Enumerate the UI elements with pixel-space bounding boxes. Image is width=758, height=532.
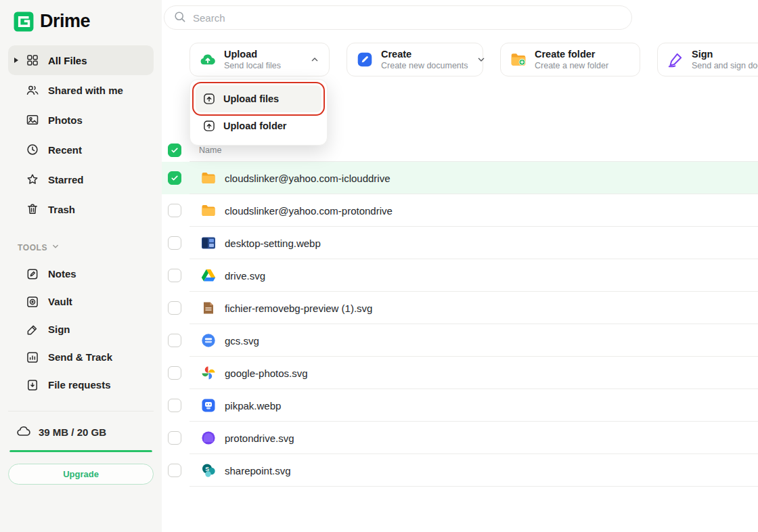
file-request-icon <box>26 378 39 392</box>
sidebar-item-send-track[interactable]: Send & Track <box>8 343 154 371</box>
create-button[interactable]: CreateCreate new documents <box>347 43 483 76</box>
sidebar-item-shared-with-me[interactable]: Shared with me <box>8 75 154 105</box>
button-subtitle: Create new documents <box>381 61 468 70</box>
app-root: Drime All FilesShared with mePhotosRecen… <box>0 0 758 532</box>
trash-icon <box>26 202 39 216</box>
table-row[interactable]: Ssharepoint.svg <box>162 454 758 487</box>
grid-icon <box>26 53 39 67</box>
upload-dropdown-menu: Upload filesUpload folder <box>190 79 328 146</box>
row-checkbox[interactable] <box>168 171 181 185</box>
button-subtitle: Create a new folder <box>535 61 608 70</box>
sidebar-item-sign[interactable]: Sign <box>8 315 154 343</box>
button-text: CreateCreate new documents <box>381 49 468 70</box>
upgrade-button[interactable]: Upgrade <box>8 464 154 485</box>
gcs-file-icon <box>200 332 217 349</box>
pen-icon <box>26 323 39 336</box>
button-title: Create <box>381 49 411 60</box>
table-row[interactable]: pikpak.webp <box>162 389 758 422</box>
row-checkbox[interactable] <box>168 334 181 347</box>
tools-label: TOOLS <box>18 243 47 252</box>
sidebar-item-label: Notes <box>48 268 76 280</box>
sidebar-item-photos[interactable]: Photos <box>8 105 154 135</box>
file-name: cloudslinker@yahoo.com-iclouddrive <box>225 173 391 184</box>
table-row[interactable]: protondrive.svg <box>162 422 758 454</box>
brand-logo[interactable]: Drime <box>8 9 154 45</box>
svg-text:S: S <box>205 466 209 472</box>
menu-item-label: Upload folder <box>223 120 286 131</box>
menu-item-upload-folder[interactable]: Upload folder <box>196 112 321 139</box>
gdrive-file-icon <box>200 267 217 284</box>
sidebar-item-starred[interactable]: Starred <box>8 164 154 194</box>
photo-icon <box>26 113 39 127</box>
search-input[interactable] <box>193 12 623 24</box>
sidebar-item-label: Photos <box>48 114 83 126</box>
chevron-down-icon <box>51 242 60 253</box>
create-doc-icon <box>356 51 374 68</box>
button-title: Sign <box>692 49 713 60</box>
column-header-name: Name <box>199 146 221 155</box>
chevron-up-icon <box>309 54 320 65</box>
sign-button[interactable]: SignSend and sign docu <box>657 43 758 76</box>
menu-item-upload-files[interactable]: Upload files <box>196 85 321 112</box>
sidebar-item-notes[interactable]: Notes <box>8 260 154 288</box>
search-icon <box>173 10 186 26</box>
main-content: UploadSend local filesCreateCreate new d… <box>162 0 758 532</box>
upload-cloud-icon <box>199 51 217 68</box>
sidebar-item-label: Sign <box>48 324 70 335</box>
sidebar-item-vault[interactable]: Vault <box>8 288 154 315</box>
search-bar <box>164 5 632 30</box>
table-row[interactable]: drive.svg <box>162 259 758 292</box>
table-row[interactable]: cloudslinker@yahoo.com-iclouddrive <box>162 162 758 194</box>
file-table: Name cloudslinker@yahoo.com-iclouddrivec… <box>162 139 758 487</box>
image-thumb-file-icon <box>200 235 217 251</box>
table-body: cloudslinker@yahoo.com-iclouddriveclouds… <box>162 162 758 487</box>
folder-file-icon <box>200 170 217 186</box>
file-name: drive.svg <box>225 270 265 282</box>
row-checkbox[interactable] <box>168 236 181 250</box>
row-checkbox[interactable] <box>168 366 181 380</box>
file-name: pikpak.webp <box>225 400 281 412</box>
table-row[interactable]: fichier-removebg-preview (1).svg <box>162 292 758 324</box>
row-checkbox[interactable] <box>168 269 181 282</box>
row-checkbox[interactable] <box>168 464 181 477</box>
drime-logo-icon <box>14 12 34 32</box>
proton-file-icon <box>200 430 217 446</box>
sign-pen-icon <box>667 51 684 68</box>
sidebar-item-label: Trash <box>48 204 75 215</box>
sidebar-item-recent[interactable]: Recent <box>8 135 154 164</box>
tools-section-header[interactable]: TOOLS <box>8 235 154 260</box>
cloud-icon <box>16 424 31 441</box>
folder-plus-icon <box>510 51 527 68</box>
sidebar-item-trash[interactable]: Trash <box>8 194 154 224</box>
sidebar-item-file-requests[interactable]: File requests <box>8 371 154 399</box>
storage-usage-text: 39 MB / 20 GB <box>39 426 106 438</box>
row-checkbox[interactable] <box>168 301 181 315</box>
upload-box-icon <box>202 119 216 133</box>
storage-usage-row: 39 MB / 20 GB <box>8 422 154 450</box>
button-text: SignSend and sign docu <box>692 49 758 70</box>
table-row[interactable]: gcs.svg <box>162 324 758 357</box>
clock-icon <box>26 143 39 156</box>
upload-box-icon <box>202 92 216 106</box>
chart-icon <box>26 351 39 364</box>
sidebar-item-label: File requests <box>48 379 111 391</box>
create-folder-button[interactable]: Create folderCreate a new folder <box>500 43 640 76</box>
vault-icon <box>26 295 39 309</box>
sidebar-item-label: Shared with me <box>48 85 123 96</box>
select-all-checkbox[interactable] <box>168 143 181 157</box>
sidebar-item-label: Send & Track <box>48 351 112 363</box>
table-row[interactable]: cloudslinker@yahoo.com-protondrive <box>162 194 758 227</box>
storage-section: 39 MB / 20 GB Upgrade <box>8 411 154 485</box>
row-checkbox[interactable] <box>168 431 181 445</box>
file-name: gcs.svg <box>225 335 259 347</box>
upload-button[interactable]: UploadSend local files <box>190 43 330 76</box>
file-name: desktop-setting.webp <box>225 238 321 249</box>
table-row[interactable]: google-photos.svg <box>162 357 758 389</box>
button-title: Create folder <box>535 49 595 60</box>
sidebar-tools-nav: NotesVaultSignSend & TrackFile requests <box>8 260 154 399</box>
table-row[interactable]: desktop-setting.webp <box>162 227 758 259</box>
sidebar-item-all-files[interactable]: All Files <box>8 45 154 75</box>
file-name: protondrive.svg <box>225 433 294 444</box>
row-checkbox[interactable] <box>168 399 181 412</box>
row-checkbox[interactable] <box>168 204 181 217</box>
